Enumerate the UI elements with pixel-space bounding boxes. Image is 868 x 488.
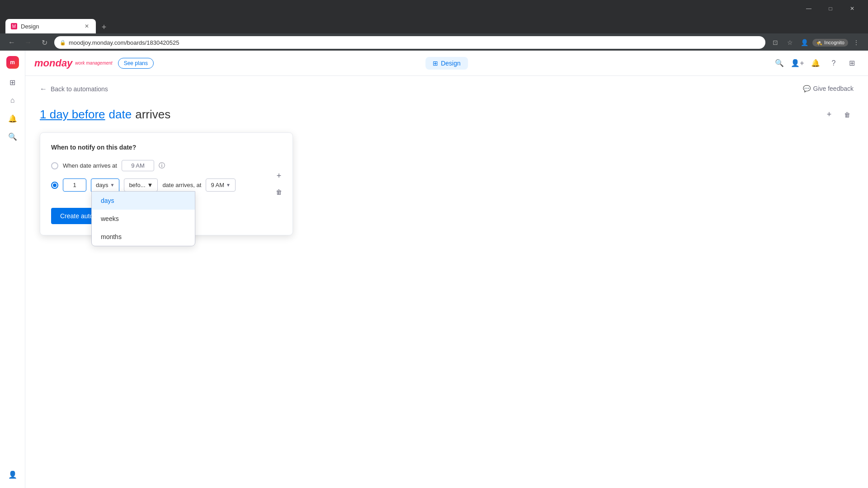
time-chevron-icon: ▼ — [226, 183, 231, 188]
time-dropdown[interactable]: 9 AM ▼ — [206, 178, 236, 192]
before-after-dropdown[interactable]: befo... ▼ — [124, 178, 158, 192]
main-content: monday work management See plans ⊞ Desig… — [25, 51, 868, 488]
tab-favicon: M — [11, 23, 17, 29]
page-wrapper: m ⊞ ⌂ 🔔 🔍 👤 monday work management See p… — [0, 51, 868, 488]
back-nav-button[interactable]: ← — [5, 36, 18, 49]
maximize-button[interactable]: □ — [820, 2, 841, 15]
help-button[interactable]: ? — [826, 56, 841, 70]
incognito-icon: 🕵 — [816, 40, 822, 46]
browser-toolbar: ← → ↻ 🔒 moodjoy.monday.com/boards/183042… — [0, 33, 868, 52]
profile-icon[interactable]: 👤 — [798, 36, 811, 49]
search-topbar-button[interactable]: 🔍 — [772, 56, 787, 70]
design-tab-icon: ⊞ — [433, 60, 438, 67]
feedback-label: Give feedback — [813, 85, 854, 92]
page-area: ← Back to automations 💬 Give feedback 1 … — [25, 76, 868, 488]
minimize-button[interactable]: — — [798, 2, 819, 15]
option1-row: When date arrives at ⓘ — [51, 160, 282, 171]
add-condition-button[interactable] — [823, 108, 835, 121]
incognito-badge: 🕵 Incognito — [812, 39, 848, 47]
rule-title-part3: arrives — [135, 108, 170, 122]
reload-button[interactable]: ↻ — [38, 36, 51, 49]
sidebar-icon-home[interactable]: ⌂ — [5, 92, 21, 108]
card-add-button[interactable]: + — [273, 169, 285, 182]
unit-dropdown-menu: days weeks months — [91, 191, 195, 246]
back-label: Back to automations — [51, 85, 108, 93]
bookmarks-button[interactable]: ⋮ — [850, 36, 863, 49]
invite-button[interactable]: 👤+ — [790, 56, 805, 70]
unit-chevron-icon: ▼ — [110, 183, 114, 188]
rule-title-part1[interactable]: 1 day before — [40, 108, 105, 122]
option1-time-input[interactable] — [122, 160, 154, 171]
app-topbar: monday work management See plans ⊞ Desig… — [25, 51, 868, 76]
tab-title: Design — [21, 23, 39, 30]
forward-nav-button[interactable]: → — [22, 36, 34, 49]
cast-icon[interactable]: ⊡ — [769, 36, 782, 49]
star-icon[interactable]: ☆ — [783, 36, 796, 49]
popup-title: When to notify on this date? — [51, 144, 282, 151]
unit-label: days — [96, 182, 108, 188]
give-feedback-button[interactable]: 💬 Give feedback — [803, 85, 854, 92]
tab-bar: M Design ✕ + — [0, 17, 868, 33]
close-button[interactable]: ✕ — [842, 2, 863, 15]
option2-radio[interactable] — [51, 182, 58, 189]
delete-rule-button[interactable] — [841, 108, 854, 121]
popup-card: When to notify on this date? When date a… — [40, 132, 293, 235]
rule-title: 1 day before date arrives — [40, 108, 854, 122]
feedback-icon: 💬 — [803, 85, 811, 92]
logo-text: monday — [34, 57, 72, 69]
app-logo-icon: m — [6, 56, 19, 69]
rule-title-part2[interactable]: date — [109, 108, 132, 122]
back-arrow-icon: ← — [40, 85, 47, 93]
unit-dropdown-trigger[interactable]: days ▼ days weeks months — [91, 178, 119, 192]
url-text: moodjoy.monday.com/boards/1830420525 — [69, 39, 179, 46]
sidebar-icon-grid[interactable]: ⊞ — [5, 74, 21, 90]
sidebar: m ⊞ ⌂ 🔔 🔍 👤 — [0, 51, 25, 488]
design-tab-label: Design — [441, 60, 461, 67]
sidebar-icon-search[interactable]: 🔍 — [5, 128, 21, 145]
time-value: 9 AM — [211, 182, 224, 188]
dropdown-item-months[interactable]: months — [92, 228, 195, 246]
before-after-chevron-icon: ▼ — [147, 182, 153, 188]
date-arrives-at-label: date arrives, at — [162, 182, 201, 188]
tab-close-button[interactable]: ✕ — [83, 23, 90, 30]
sidebar-icon-bell[interactable]: 🔔 — [5, 110, 21, 127]
logo-sub: work management — [75, 61, 112, 66]
new-tab-button[interactable]: + — [98, 21, 110, 33]
card-actions: + 🗑 — [273, 169, 285, 198]
option1-radio[interactable] — [51, 162, 58, 169]
address-bar[interactable]: 🔒 moodjoy.monday.com/boards/1830420525 — [54, 36, 765, 49]
card-delete-button[interactable]: 🗑 — [273, 186, 285, 198]
browser-actions: ⊡ ☆ 👤 🕵 Incognito ⋮ — [769, 36, 863, 49]
see-plans-button[interactable]: See plans — [118, 58, 154, 69]
notifications-button[interactable]: 🔔 — [808, 56, 823, 70]
apps-button[interactable]: ⊞ — [844, 56, 859, 70]
before-after-label: befo... — [129, 182, 145, 188]
dropdown-item-days[interactable]: days — [92, 192, 195, 210]
back-to-automations-link[interactable]: ← Back to automations — [40, 85, 854, 93]
monday-logo: monday work management — [34, 57, 113, 69]
window-controls: — □ ✕ — [0, 0, 868, 17]
option1-label: When date arrives at — [63, 162, 117, 169]
incognito-label: Incognito — [824, 40, 844, 45]
topbar-center: ⊞ Design — [425, 57, 468, 70]
option2-row: days ▼ days weeks months befo... ▼ da — [51, 178, 282, 192]
topbar-right: 🔍 👤+ 🔔 ? ⊞ — [772, 56, 859, 70]
dropdown-item-weeks[interactable]: weeks — [92, 210, 195, 228]
lock-icon: 🔒 — [60, 40, 66, 46]
active-tab[interactable]: M Design ✕ — [5, 19, 96, 33]
design-tab[interactable]: ⊞ Design — [425, 57, 468, 70]
number-input[interactable] — [63, 178, 86, 192]
sidebar-icon-person[interactable]: 👤 — [5, 466, 21, 483]
info-icon[interactable]: ⓘ — [159, 162, 165, 170]
